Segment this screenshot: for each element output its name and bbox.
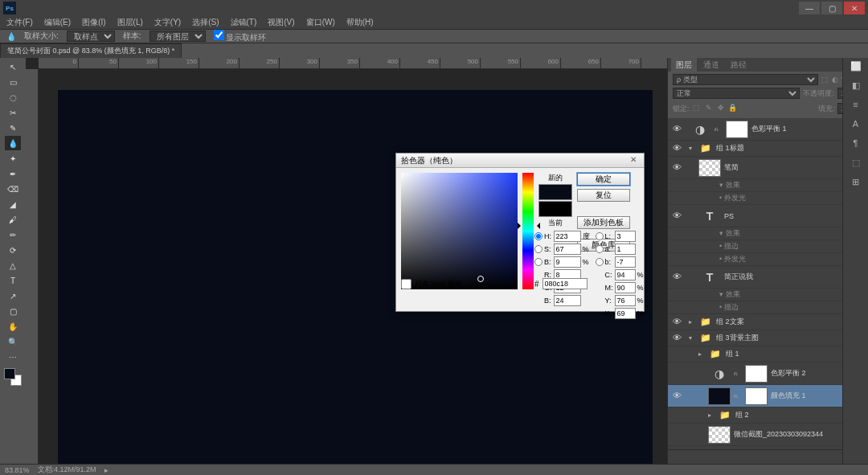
tool-button[interactable]: 🖌 <box>5 212 21 227</box>
ok-button[interactable]: 确定 <box>577 173 630 186</box>
group-arrow-icon[interactable]: ▾ <box>689 145 697 152</box>
layer-thumb[interactable] <box>698 159 721 177</box>
layer-row[interactable]: ◑⎌色彩平衡 2 <box>668 362 868 385</box>
group-arrow-icon[interactable]: ▸ <box>689 318 697 326</box>
lock-position-icon[interactable]: ✥ <box>716 104 726 113</box>
color-value-input[interactable] <box>554 231 581 242</box>
tool-button[interactable]: ◌ <box>5 90 21 104</box>
menu-item[interactable]: 选择(S) <box>192 17 219 28</box>
menu-item[interactable]: 帮助(H) <box>346 17 374 28</box>
collapsed-panel-icon[interactable]: ⬚ <box>849 158 863 172</box>
saturation-value-field[interactable] <box>401 173 518 289</box>
collapsed-panel-icon[interactable]: ⊞ <box>849 177 863 191</box>
visibility-toggle[interactable]: 👁 <box>671 317 682 328</box>
color-model-radio[interactable] <box>596 258 604 266</box>
layer-row[interactable]: 👁▸📁组 2文案 <box>668 314 868 330</box>
color-value-input[interactable] <box>615 282 636 293</box>
layer-row[interactable]: 👁笔简fx ▾ <box>668 157 868 179</box>
tool-button[interactable]: ↗ <box>5 289 21 303</box>
visibility-toggle[interactable]: 👁 <box>671 211 682 222</box>
visibility-toggle[interactable] <box>671 368 682 379</box>
tool-button[interactable]: ✏ <box>5 227 21 242</box>
tool-button[interactable]: ⌫ <box>5 182 21 196</box>
layer-filter-kind[interactable]: ρ 类型 <box>673 74 818 85</box>
tool-button[interactable]: T <box>5 273 21 288</box>
menu-item[interactable]: 图像(I) <box>82 17 105 28</box>
hue-slider[interactable] <box>522 173 534 289</box>
layer-row[interactable]: 👁T简正说我fx ▾ <box>668 266 868 289</box>
group-arrow-icon[interactable]: ▾ <box>689 334 697 342</box>
window-close[interactable]: ✕ <box>844 2 865 14</box>
color-value-input[interactable] <box>554 244 581 255</box>
menu-item[interactable]: 滤镜(T) <box>231 17 257 28</box>
blend-mode-select[interactable]: 正常 <box>673 88 800 99</box>
tab-layers[interactable]: 图层 <box>671 58 697 72</box>
zoom-level[interactable]: 83.81% <box>5 466 30 474</box>
visibility-toggle[interactable]: 👁 <box>671 333 682 344</box>
current-color-swatch[interactable] <box>538 201 572 217</box>
group-arrow-icon[interactable]: ▸ <box>698 350 706 358</box>
lock-pixels-icon[interactable]: ⬚ <box>692 104 702 113</box>
layer-thumb[interactable] <box>708 387 731 405</box>
layer-mask-thumb[interactable] <box>745 387 768 405</box>
visibility-toggle[interactable]: 👁 <box>671 162 682 174</box>
tool-button[interactable]: ⟳ <box>5 243 21 257</box>
window-minimize[interactable]: — <box>799 2 820 14</box>
menu-item[interactable]: 视图(V) <box>268 17 294 28</box>
tool-button[interactable]: ⋯ <box>5 350 21 364</box>
color-value-input[interactable] <box>615 295 636 306</box>
web-colors-checkbox[interactable] <box>401 279 411 289</box>
layer-fx[interactable]: • 描边 <box>668 301 868 314</box>
collapsed-panel-icon[interactable]: ⬜ <box>849 61 863 76</box>
tool-button[interactable]: ▭ <box>5 75 21 89</box>
tool-button[interactable]: △ <box>5 258 21 272</box>
layer-row[interactable]: ▸📁组 1 <box>668 346 868 362</box>
sample-ring-checkbox[interactable]: 显示取样环 <box>214 30 267 43</box>
add-swatch-button[interactable]: 添加到色板 <box>577 216 630 229</box>
visibility-toggle[interactable] <box>671 349 682 360</box>
tab-channels[interactable]: 通道 <box>698 58 724 72</box>
cancel-button[interactable]: 复位 <box>577 189 630 202</box>
sample-size-select[interactable]: 取样点 <box>67 31 115 42</box>
tool-button[interactable]: ✦ <box>5 151 21 166</box>
color-model-radio[interactable] <box>534 232 542 240</box>
collapsed-panel-icon[interactable]: ¶ <box>849 138 863 153</box>
color-swatches[interactable] <box>4 368 22 386</box>
layer-fx[interactable]: • 外发光 <box>668 253 868 266</box>
layer-mask-thumb[interactable] <box>726 121 748 138</box>
menu-item[interactable]: 窗口(W) <box>306 17 335 28</box>
menu-item[interactable]: 文件(F) <box>6 17 33 28</box>
visibility-toggle[interactable]: 👁 <box>671 143 682 154</box>
picker-close-icon[interactable]: ✕ <box>628 155 639 166</box>
menu-item[interactable]: 图层(L) <box>117 17 143 28</box>
window-maximize[interactable]: ▢ <box>821 2 842 14</box>
collapsed-panel-icon[interactable]: A <box>849 119 863 133</box>
tool-button[interactable]: ✋ <box>5 319 21 334</box>
visibility-toggle[interactable] <box>671 429 682 440</box>
tool-button[interactable]: ↖ <box>5 59 21 74</box>
visibility-toggle[interactable] <box>671 410 682 421</box>
collapsed-panel-icon[interactable]: ≡ <box>849 100 863 114</box>
layer-fx[interactable]: ▾ 效果 <box>668 227 868 240</box>
visibility-toggle[interactable]: 👁 <box>671 272 682 283</box>
layer-fx[interactable]: ▾ 效果 <box>668 289 868 301</box>
layer-fx[interactable]: • 外发光 <box>668 192 868 205</box>
picker-titlebar[interactable]: 拾色器（纯色） ✕ <box>396 154 644 168</box>
color-value-input[interactable] <box>615 269 636 280</box>
color-model-radio[interactable] <box>596 232 604 240</box>
tool-button[interactable]: 💧 <box>5 136 21 150</box>
layer-name[interactable]: 简正说我 <box>724 272 850 282</box>
layer-row[interactable]: 👁▾📁组 1标题 <box>668 141 868 157</box>
layer-fx[interactable]: ▾ 效果 <box>668 179 868 192</box>
color-value-input[interactable] <box>615 256 636 268</box>
tool-button[interactable]: ✒ <box>5 166 21 181</box>
tool-button[interactable]: ▢ <box>5 304 21 318</box>
color-value-input[interactable] <box>615 244 636 255</box>
visibility-toggle[interactable]: 👁 <box>671 391 682 402</box>
color-model-radio[interactable] <box>534 258 542 266</box>
layer-row[interactable]: 👁TPSfx ▾ <box>668 205 868 227</box>
tool-button[interactable]: ✎ <box>5 121 21 135</box>
sample-select[interactable]: 所有图层 <box>149 31 206 42</box>
color-model-radio[interactable] <box>596 245 604 253</box>
menu-item[interactable]: 文字(Y) <box>154 17 181 28</box>
